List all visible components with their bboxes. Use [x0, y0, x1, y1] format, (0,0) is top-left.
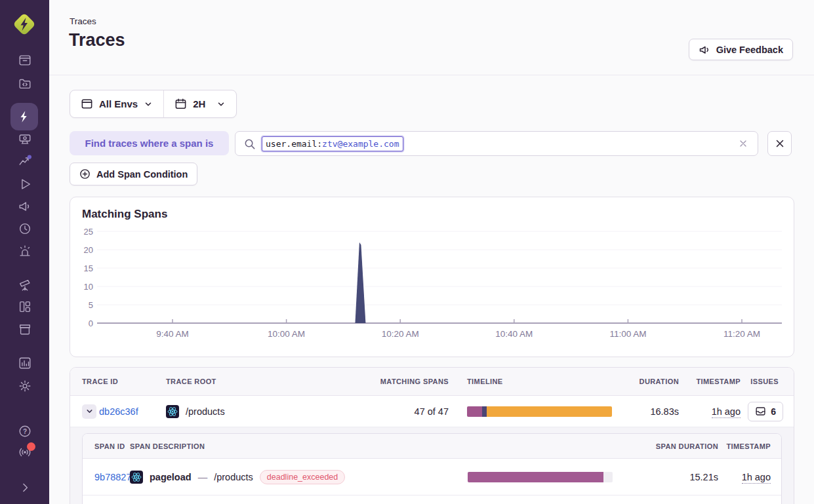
- close-icon: [738, 138, 748, 149]
- svg-text:10:20 AM: 10:20 AM: [382, 329, 419, 339]
- col-timestamp: Timestamp: [696, 378, 741, 385]
- sidebar-item-whats-new[interactable]: [0, 441, 49, 463]
- span-timeline: [468, 472, 613, 482]
- span-filter-label: Find traces where a span is: [70, 131, 229, 155]
- explore-code-folder-icon: [18, 76, 32, 90]
- clock-icon: [18, 222, 32, 236]
- svg-text:5: 5: [89, 300, 93, 310]
- bar-chart-icon: [18, 356, 32, 370]
- span-row[interactable]: b7a7e441 http.server — GET /organization…: [83, 495, 781, 504]
- telescope-icon: [18, 278, 32, 292]
- megaphone-icon: [18, 199, 32, 214]
- trace-issues-button[interactable]: 6: [748, 402, 783, 421]
- search-token[interactable]: user.email:ztv@example.com: [262, 136, 403, 151]
- issues-inbox-icon: [755, 406, 766, 417]
- trace-row[interactable]: db26c36f /products 47 of 47 16.83s 1h ag…: [70, 396, 794, 427]
- trace-root: /products: [166, 405, 225, 418]
- span-filter-label-text: Find traces where a span is: [85, 138, 214, 149]
- svg-text:11:20 AM: 11:20 AM: [723, 329, 760, 339]
- trace-duration: 16.83s: [650, 406, 679, 417]
- issues-icon: [18, 53, 32, 68]
- svg-text:10:00 AM: 10:00 AM: [268, 329, 305, 339]
- sidebar-item-issues[interactable]: [0, 49, 49, 71]
- date-range-selector[interactable]: 2H: [164, 90, 236, 117]
- traces-lightning-icon: [17, 109, 31, 124]
- sidebar-item-user-feedback[interactable]: [0, 195, 49, 218]
- add-span-condition-button[interactable]: Add Span Condition: [70, 163, 197, 185]
- gear-icon: [18, 379, 32, 393]
- projector-icon: [18, 132, 32, 146]
- sidebar-item-help[interactable]: ?: [0, 420, 49, 442]
- sidebar-item-history[interactable]: [0, 218, 49, 240]
- page-title: Traces: [69, 30, 125, 50]
- remove-condition-button[interactable]: [767, 131, 792, 156]
- sidebar-item-traces[interactable]: [10, 103, 38, 130]
- sidebar-item-explore[interactable]: [0, 72, 49, 94]
- sidebar-item-projects[interactable]: [0, 128, 49, 150]
- breadcrumb[interactable]: Traces: [70, 16, 96, 26]
- col-timeline: Timeline: [467, 378, 503, 385]
- sidebar-item-alerts[interactable]: [0, 240, 49, 262]
- plus-circle-icon: [79, 168, 91, 180]
- play-icon: [18, 177, 32, 191]
- timeline-segment: [467, 406, 482, 417]
- trace-id-link[interactable]: db26c36f: [99, 406, 138, 417]
- insights-chart-icon: [18, 154, 32, 168]
- sentry-logo[interactable]: [10, 10, 38, 38]
- svg-text:9:40 AM: 9:40 AM: [156, 329, 189, 339]
- search-token-key: user.email:: [266, 140, 322, 148]
- archive-box-icon: [18, 322, 32, 336]
- sidebar-item-settings[interactable]: [0, 375, 49, 397]
- span-search-input[interactable]: user.email:ztv@example.com: [235, 131, 758, 156]
- sidebar-item-discover[interactable]: [0, 274, 49, 296]
- span-table: Span ID Span Description Span Duration T…: [82, 433, 782, 504]
- chart-title: Matching Spans: [82, 208, 167, 221]
- span-op: pageload: [150, 472, 192, 482]
- sidebar-item-stats[interactable]: [0, 352, 49, 374]
- traces-table: Trace ID Trace Root Matching Spans Timel…: [70, 367, 794, 504]
- search-icon: [243, 138, 256, 150]
- trace-root-label: /products: [186, 406, 225, 417]
- svg-text:10: 10: [84, 282, 93, 292]
- svg-text:10:40 AM: 10:40 AM: [495, 329, 533, 339]
- sidebar-item-dashboards[interactable]: [0, 296, 49, 318]
- give-feedback-label: Give Feedback: [716, 45, 783, 55]
- environment-value: All Envs: [99, 98, 138, 109]
- col-span-id: Span ID: [94, 442, 125, 450]
- megaphone-icon: [699, 44, 710, 56]
- chevron-down-icon: [144, 100, 153, 109]
- collapse-trace-button[interactable]: [82, 404, 96, 419]
- span-status-badge: deadline_exceeded: [260, 470, 345, 484]
- matching-spans-panel: Matching Spans 05101520259:40 AM10:00 AM…: [70, 197, 794, 357]
- sidebar-item-crons[interactable]: [0, 318, 49, 340]
- svg-text:20: 20: [84, 245, 93, 255]
- timeline-segment: [468, 472, 603, 482]
- traces-table-header: Trace ID Trace Root Matching Spans Timel…: [70, 368, 794, 396]
- siren-icon: [18, 244, 32, 258]
- col-span-duration: Span Duration: [656, 442, 718, 450]
- close-icon: [774, 138, 786, 149]
- col-span-description: Span Description: [130, 442, 205, 450]
- svg-text:15: 15: [84, 263, 93, 273]
- chevron-down-icon: [85, 407, 94, 416]
- col-matching-spans: Matching Spans: [380, 378, 449, 385]
- give-feedback-button[interactable]: Give Feedback: [689, 39, 793, 60]
- sidebar-item-insights[interactable]: [0, 150, 49, 172]
- window-icon: [81, 98, 93, 110]
- svg-text:0: 0: [89, 319, 93, 328]
- col-span-timestamp: Timestamp: [726, 442, 771, 450]
- calendar-icon: [174, 98, 187, 110]
- span-row[interactable]: 9b78827a pageload — /products de: [83, 459, 781, 495]
- header-divider: [49, 75, 814, 75]
- sidebar-collapse-button[interactable]: [0, 476, 49, 499]
- trace-timeline: [467, 406, 612, 417]
- separator: —: [198, 472, 208, 482]
- add-span-condition-label: Add Span Condition: [96, 169, 188, 180]
- col-issues: Issues: [750, 378, 779, 385]
- environment-selector[interactable]: All Envs: [70, 90, 163, 117]
- dashboards-layout-icon: [18, 300, 32, 314]
- sidebar-item-replays[interactable]: [0, 173, 49, 195]
- clear-search-button[interactable]: [737, 137, 750, 150]
- chevron-down-icon: [216, 100, 226, 109]
- chevron-right-icon: [18, 481, 31, 494]
